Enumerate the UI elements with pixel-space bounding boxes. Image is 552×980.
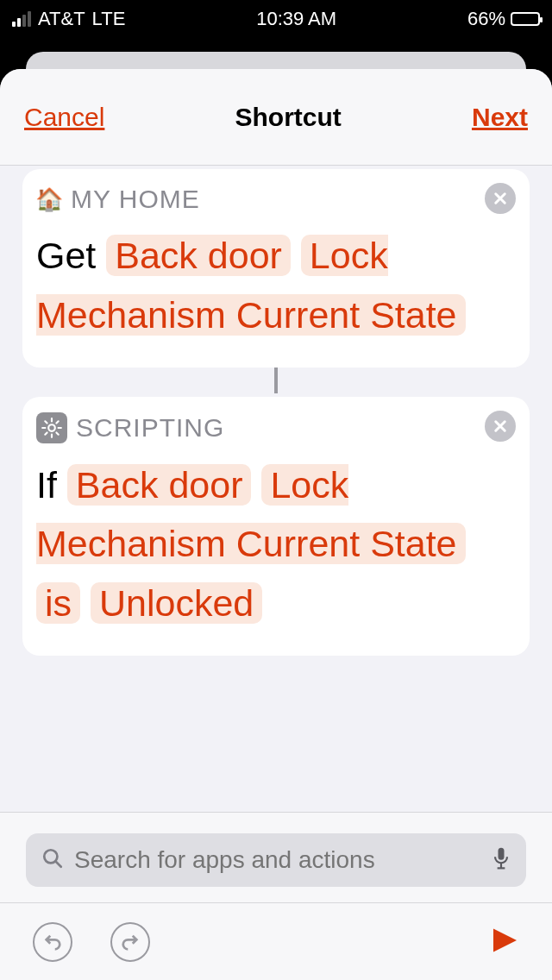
- signal-icon: [12, 11, 31, 27]
- action-prefix: Get: [36, 235, 96, 276]
- action-description: Get Back door Lock Mechanism Current Sta…: [36, 226, 516, 345]
- remove-action-button[interactable]: [485, 183, 516, 214]
- nav-bar: Cancel Shortcut Next: [0, 69, 552, 166]
- token-condition[interactable]: is: [36, 582, 80, 624]
- shortcut-sheet: Cancel Shortcut Next 🏠 MY HOME Get Back …: [0, 69, 552, 980]
- search-box[interactable]: [26, 833, 526, 887]
- search-area: [0, 812, 552, 902]
- close-icon: [492, 418, 508, 434]
- undo-button[interactable]: [33, 922, 72, 962]
- remove-action-button[interactable]: [485, 411, 516, 442]
- svg-line-2: [55, 861, 61, 867]
- carrier-label: AT&T: [38, 8, 85, 30]
- clock: 10:39 AM: [256, 8, 336, 30]
- card-category-label: MY HOME: [71, 185, 516, 214]
- next-button[interactable]: Next: [472, 103, 528, 132]
- bottom-toolbar: [0, 902, 552, 980]
- action-description: If Back door Lock Mechanism Current Stat…: [36, 455, 516, 633]
- battery-icon: [511, 12, 540, 26]
- gear-icon: [36, 412, 67, 443]
- run-button[interactable]: [488, 925, 519, 959]
- page-title: Shortcut: [235, 103, 342, 132]
- status-bar: AT&T LTE 10:39 AM 66%: [0, 0, 552, 38]
- redo-icon: [121, 933, 140, 952]
- close-icon: [492, 191, 508, 206]
- action-prefix: If: [36, 464, 57, 506]
- actions-list: 🏠 MY HOME Get Back door Lock Mechanism C…: [0, 166, 552, 812]
- action-card-home[interactable]: 🏠 MY HOME Get Back door Lock Mechanism C…: [22, 169, 530, 368]
- action-card-scripting[interactable]: SCRIPTING If Back door Lock Mechanism Cu…: [22, 397, 530, 656]
- home-icon: 🏠: [36, 186, 62, 212]
- svg-point-0: [48, 424, 55, 431]
- svg-rect-3: [499, 848, 505, 860]
- flow-connector: [274, 368, 278, 393]
- card-category-label: SCRIPTING: [76, 413, 516, 443]
- battery-percent: 66%: [467, 8, 505, 30]
- token-value[interactable]: Unlocked: [91, 582, 262, 624]
- cancel-button[interactable]: Cancel: [24, 103, 104, 132]
- play-icon: [488, 925, 519, 956]
- dictation-button[interactable]: [492, 846, 511, 874]
- network-label: LTE: [92, 8, 126, 30]
- token-accessory[interactable]: Back door: [106, 235, 291, 276]
- search-icon: [41, 847, 64, 873]
- microphone-icon: [492, 846, 511, 870]
- search-input[interactable]: [74, 846, 481, 874]
- undo-icon: [43, 933, 62, 952]
- token-input[interactable]: Back door: [67, 464, 252, 506]
- redo-button[interactable]: [110, 922, 150, 962]
